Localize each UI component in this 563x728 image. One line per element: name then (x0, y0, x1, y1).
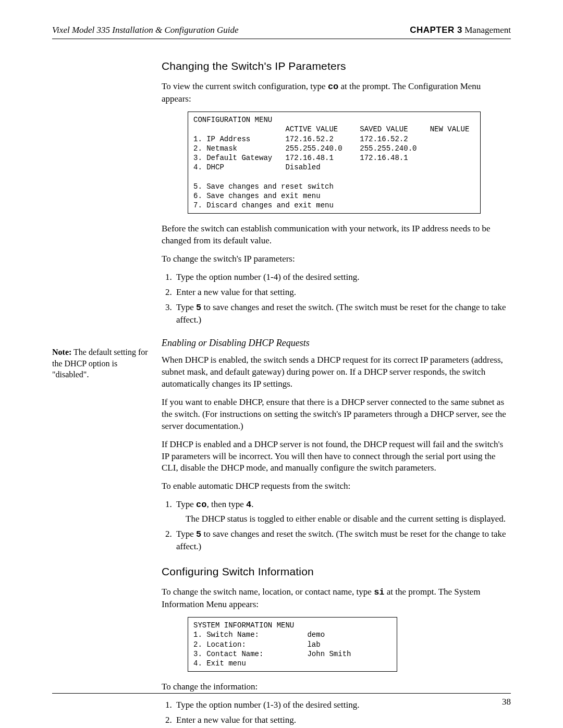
step-item: Type co, then type 4. The DHCP status is… (174, 499, 511, 525)
page-header: Vixel Model 335 Installation & Configura… (52, 25, 511, 39)
side-column: Note: The default setting for the DHCP o… (52, 59, 162, 728)
header-doc-title: Vixel Model 335 Installation & Configura… (52, 25, 239, 35)
text: To view the current switch configuration… (162, 81, 328, 91)
inline-command: 5 (196, 303, 201, 313)
terminal-output-sysinfo-menu: SYSTEM INFORMATION MENU 1. Switch Name: … (188, 617, 397, 672)
paragraph: When DHCP is enabled, the switch sends a… (162, 354, 511, 390)
inline-command: 5 (196, 529, 201, 539)
header-chapter: CHAPTER 3 Management (410, 25, 511, 35)
text: To change the switch name, location, or … (162, 587, 374, 597)
side-note: Note: The default setting for the DHCP o… (52, 347, 151, 380)
text: . (251, 499, 253, 509)
paragraph: If you want to enable DHCP, ensure that … (162, 397, 511, 433)
step-item: Enter a new value for that setting. (174, 714, 511, 726)
page-number: 38 (502, 697, 511, 707)
paragraph: To change the switch name, location, or … (162, 586, 511, 611)
text: , then type (206, 499, 246, 509)
inline-command: co (328, 82, 338, 92)
side-note-label: Note: (52, 348, 71, 356)
page-footer: 38 (52, 693, 511, 707)
steps-list: Type the option number (1-4) of the desi… (162, 272, 511, 326)
chapter-title: Management (462, 25, 511, 35)
section-heading-ip-params: Changing the Switch's IP Parameters (162, 59, 511, 73)
text: to save changes and reset the switch. (T… (176, 302, 506, 325)
paragraph: To change the switch's IP parameters: (162, 253, 511, 265)
step-item: Type 5 to save changes and reset the swi… (174, 302, 511, 326)
step-subtext: The DHCP status is toggled to either ena… (186, 513, 511, 525)
inline-command: co (196, 500, 206, 510)
text: Type (176, 529, 196, 539)
text: Type (176, 499, 196, 509)
paragraph: To view the current switch configuration… (162, 81, 511, 105)
inline-command: si (374, 587, 384, 597)
chapter-number: CHAPTER 3 (410, 25, 462, 35)
subsection-heading-dhcp: Enabling or Disabling DHCP Requests (162, 337, 511, 349)
step-item: Type 5 to save changes and reset the swi… (174, 528, 511, 553)
paragraph: To change the information: (162, 681, 511, 693)
text: Type (176, 302, 196, 312)
terminal-output-config-menu: CONFIGURATION MENU ACTIVE VALUE SAVED VA… (188, 112, 481, 214)
step-item: Enter a new value for that setting. (174, 287, 511, 299)
paragraph: Before the switch can establish communic… (162, 223, 511, 247)
text: to save changes and reset the switch. (T… (176, 529, 506, 551)
inline-command: 4 (246, 500, 251, 510)
paragraph: To enable automatic DHCP requests from t… (162, 480, 511, 492)
step-item: Type the option number (1-4) of the desi… (174, 272, 511, 283)
steps-list: Type co, then type 4. The DHCP status is… (162, 499, 511, 553)
page: Vixel Model 335 Installation & Configura… (0, 0, 563, 728)
paragraph: If DHCP is enabled and a DHCP server is … (162, 439, 511, 475)
section-heading-switch-info: Configuring Switch Information (162, 564, 511, 579)
main-column: Changing the Switch's IP Parameters To v… (162, 59, 511, 728)
content-grid: Note: The default setting for the DHCP o… (52, 59, 511, 728)
